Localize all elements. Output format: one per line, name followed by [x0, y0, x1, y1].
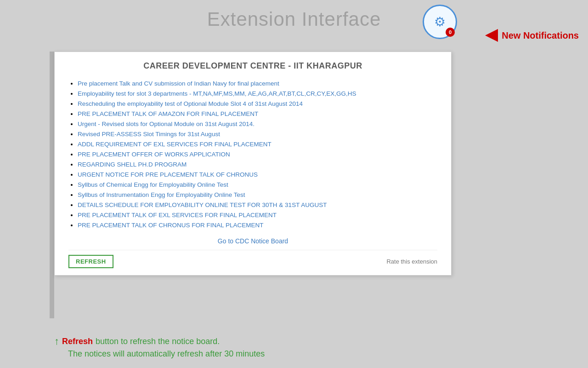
logo-circle: ⚙ 0: [423, 5, 457, 39]
list-item[interactable]: Urgent - Revised slots for Optional Modu…: [78, 121, 437, 127]
iit-logo-icon: ⚙: [434, 14, 446, 29]
notices-list: Pre placement Talk and CV submission of …: [68, 80, 437, 229]
panel-title: CAREER DEVELOPMENT CENTRE - IIT KHARAGPU…: [68, 61, 437, 71]
notice-link[interactable]: PRE PLACEMENT OFFER OF WORKS APPLICATION: [78, 151, 230, 158]
refresh-button[interactable]: REFRESH: [68, 255, 113, 268]
arrow-left-icon: [485, 29, 498, 42]
notice-link[interactable]: ADDL REQUIREMENT OF EXL SERVICES FOR FIN…: [78, 141, 271, 148]
notice-link[interactable]: Pre placement Talk and CV submission of …: [78, 80, 279, 87]
notice-link[interactable]: PRE PLACEMENT TALK OF EXL SERVICES FOR F…: [78, 212, 277, 218]
list-item[interactable]: Pre placement Talk and CV submission of …: [78, 80, 437, 87]
list-item[interactable]: DETAILS SCHEDULE FOR EMPLOYABILITY ONLIN…: [78, 201, 437, 208]
notice-link[interactable]: PRE PLACEMENT TALK OF CHRONUS FOR FINAL …: [78, 222, 264, 229]
list-item[interactable]: PRE PLACEMENT TALK OF AMAZON FOR FINAL P…: [78, 110, 437, 117]
notice-link[interactable]: REGARDING SHELL PH.D PROGRAM: [78, 161, 187, 168]
list-item[interactable]: Rescheduling the employability test of O…: [78, 100, 437, 107]
bottom-instruction: ↑ Refresh button to refresh the notice b…: [54, 335, 265, 359]
list-item[interactable]: Employability test for slot 3 department…: [78, 90, 437, 97]
notice-link[interactable]: Urgent - Revised slots for Optional Modu…: [78, 121, 254, 127]
list-item[interactable]: Revised PRE-ASSESS Slot Timings for 31st…: [78, 131, 437, 138]
list-item[interactable]: URGENT NOTICE FOR PRE PLACEMENT TALK OF …: [78, 171, 437, 178]
logo-area[interactable]: ⚙ 0: [423, 5, 459, 41]
list-item[interactable]: PRE PLACEMENT TALK OF CHRONUS FOR FINAL …: [78, 222, 437, 229]
panel-footer: REFRESH Rate this extension: [68, 250, 437, 268]
list-item[interactable]: PRE PLACEMENT OFFER OF WORKS APPLICATION: [78, 151, 437, 158]
notice-link[interactable]: URGENT NOTICE FOR PRE PLACEMENT TALK OF …: [78, 171, 258, 178]
go-to-board[interactable]: Go to CDC Notice Board: [68, 237, 437, 245]
notice-link[interactable]: Revised PRE-ASSESS Slot Timings for 31st…: [78, 131, 220, 138]
instruction-line1: ↑ Refresh button to refresh the notice b…: [54, 335, 265, 347]
notice-link[interactable]: Syllbus of Chemical Engg for Employabili…: [78, 181, 228, 188]
list-item[interactable]: Syllbus of Instrumentation Engg for Empl…: [78, 191, 437, 198]
list-item[interactable]: Syllbus of Chemical Engg for Employabili…: [78, 181, 437, 188]
instruction-text1: button to refresh the notice board.: [96, 337, 220, 346]
list-item[interactable]: ADDL REQUIREMENT OF EXL SERVICES FOR FIN…: [78, 141, 437, 148]
go-to-board-link[interactable]: Go to CDC Notice Board: [218, 237, 288, 245]
new-notifications-text: New Notifications: [502, 30, 579, 41]
notice-link[interactable]: Employability test for slot 3 department…: [78, 90, 356, 97]
instruction-line2: The notices will automatically refresh a…: [54, 349, 265, 359]
notice-link[interactable]: PRE PLACEMENT TALK OF AMAZON FOR FINAL P…: [78, 110, 258, 117]
notice-link[interactable]: Syllbus of Instrumentation Engg for Empl…: [78, 191, 245, 198]
rate-extension-text: Rate this extension: [386, 258, 437, 265]
notification-badge: 0: [446, 28, 455, 37]
left-bar: [50, 52, 54, 318]
list-item[interactable]: PRE PLACEMENT TALK OF EXL SERVICES FOR F…: [78, 212, 437, 218]
notice-link[interactable]: Rescheduling the employability test of O…: [78, 100, 303, 107]
main-panel: CAREER DEVELOPMENT CENTRE - IIT KHARAGPU…: [54, 52, 452, 276]
page-title: Extension Interface: [0, 0, 588, 30]
new-notifications-label: New Notifications: [485, 29, 579, 42]
list-item[interactable]: REGARDING SHELL PH.D PROGRAM: [78, 161, 437, 168]
up-arrow-icon: ↑: [54, 335, 59, 347]
refresh-bold-text: Refresh: [62, 337, 93, 346]
notice-link[interactable]: DETAILS SCHEDULE FOR EMPLOYABILITY ONLIN…: [78, 201, 327, 208]
